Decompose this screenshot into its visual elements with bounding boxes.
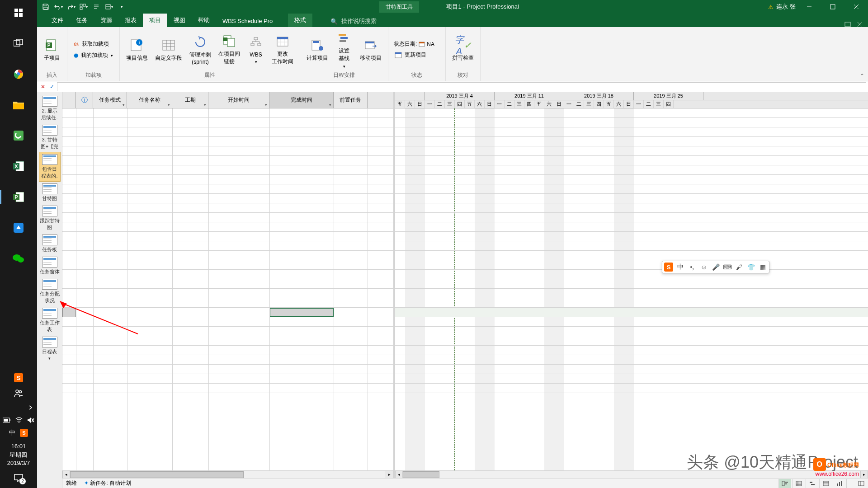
view-task-usage-button[interactable]	[792, 479, 805, 488]
calculate-project-button[interactable]: 计算项目	[304, 37, 331, 63]
gantt-body[interactable]	[395, 108, 868, 470]
timescale[interactable]: 2019 三月 42019 三月 112019 三月 182019 三月 25 …	[395, 92, 868, 108]
cancel-entry-button[interactable]: ✕	[39, 83, 47, 91]
col-predecessors[interactable]: 前置任务	[334, 92, 368, 108]
col-task-mode[interactable]: 任务模式	[93, 92, 127, 108]
gantt-scroll-right[interactable]: ▸	[860, 471, 868, 479]
sogou-ime-tray[interactable]: S	[20, 429, 28, 437]
col-start[interactable]: 开始时间	[208, 92, 269, 108]
col-task-name[interactable]: 任务名称	[127, 92, 172, 108]
my-addins-button[interactable]: ⬣我的加载项▾	[71, 50, 116, 61]
view-item-2[interactable]: 2. 显示后续任.	[39, 94, 61, 123]
table-body[interactable]	[62, 108, 393, 470]
view-item-calendar-gantt[interactable]: 包含日程表的.	[39, 152, 61, 182]
maximize-button[interactable]	[823, 0, 843, 14]
spellcheck-button[interactable]: 字A✓拼写检查	[449, 37, 476, 63]
custom-fields-button[interactable]: 自定义字段	[152, 37, 185, 63]
user-account[interactable]: ⚠ 连永 张	[768, 3, 796, 11]
minimize-button[interactable]	[799, 0, 819, 14]
qat-btn-2[interactable]	[90, 1, 102, 13]
view-item-task-sheet[interactable]: 任务工作表	[39, 306, 61, 335]
tray-expand-icon[interactable]	[28, 404, 37, 412]
window-close-2[interactable]	[857, 22, 863, 27]
qat-btn-1[interactable]: ▾	[78, 1, 90, 13]
ime-lang-button[interactable]: 中	[676, 263, 685, 272]
wifi-icon[interactable]	[15, 417, 23, 423]
tab-wbs[interactable]: WBS Schedule Pro	[216, 15, 279, 27]
sogou-tray-icon[interactable]: S	[14, 373, 24, 383]
save-button[interactable]	[40, 1, 52, 13]
qat-btn-3[interactable]: ▾	[103, 1, 115, 13]
row-header-corner[interactable]	[62, 92, 76, 108]
subproject-button[interactable]: P 子项目	[41, 37, 63, 63]
ime-punct-button[interactable]: •ꓹ	[688, 263, 697, 272]
people-icon[interactable]	[14, 388, 24, 398]
action-center-icon[interactable]	[13, 473, 24, 483]
tab-file[interactable]: 文件	[45, 14, 70, 27]
tab-project[interactable]: 项目	[143, 14, 167, 27]
links-between-projects-button[interactable]: 在项目间 链接	[216, 33, 243, 66]
battery-icon[interactable]	[3, 418, 11, 423]
table-hscroll[interactable]: ◂ ▸	[62, 470, 393, 478]
ime-voice-button[interactable]: 🎤	[711, 263, 720, 272]
ime-keyboard-button[interactable]: ⌨	[723, 263, 732, 272]
ribbon-display-options[interactable]	[844, 22, 851, 27]
view-item-task-usage[interactable]: 任务分配状况	[39, 277, 61, 306]
move-project-button[interactable]: 移动项目	[357, 37, 384, 63]
col-finish[interactable]: 完成时间	[269, 92, 334, 108]
col-indicators[interactable]: ⓘ	[76, 92, 93, 108]
view-item-gantt[interactable]: 甘特图	[39, 182, 61, 204]
taskbar-clock[interactable]: 16:01 星期四 2019/3/7	[7, 442, 30, 467]
wechat-icon[interactable]	[9, 249, 28, 267]
entry-input[interactable]	[57, 82, 866, 91]
collapse-ribbon-button[interactable]: ⌃	[860, 73, 864, 79]
tab-view[interactable]: 视图	[167, 14, 192, 27]
taskview-icon[interactable]	[9, 34, 28, 52]
explorer-icon[interactable]	[9, 96, 28, 114]
close-button[interactable]	[846, 0, 866, 14]
sogou-logo-icon[interactable]: S	[664, 263, 673, 272]
view-item-task-board[interactable]: 任务板	[39, 233, 61, 255]
project-icon[interactable]: P	[9, 188, 28, 206]
update-project-button[interactable]: 更新项目	[392, 50, 429, 60]
camtasia-icon[interactable]	[9, 127, 28, 145]
start-button[interactable]	[9, 4, 28, 22]
tab-help[interactable]: 帮助	[192, 14, 216, 27]
tab-format[interactable]: 格式	[288, 14, 312, 27]
excel-icon[interactable]: X	[9, 157, 28, 175]
undo-button[interactable]: ▾	[52, 1, 64, 13]
qat-customize[interactable]: ▾	[116, 1, 127, 13]
redo-button[interactable]: ▾	[65, 1, 77, 13]
ime-lang-indicator[interactable]: 中	[9, 429, 15, 437]
gantt-scroll-left[interactable]: ◂	[395, 471, 403, 479]
accept-entry-button[interactable]: ✓	[48, 83, 56, 91]
wbs-button[interactable]: WBS▾	[245, 34, 267, 65]
col-duration[interactable]: 工期	[172, 92, 208, 108]
ime-toolbar[interactable]: S 中 •ꓹ ☺ 🎤 ⌨ 🖌 👕 ▦	[662, 261, 769, 273]
view-item-3[interactable]: 3. 甘特图+【完	[39, 123, 61, 152]
ime-toolbox-button[interactable]: ▦	[758, 263, 767, 272]
view-report-button[interactable]	[833, 479, 845, 488]
tab-resource[interactable]: 资源	[94, 14, 118, 27]
status-date-field[interactable]: 状态日期: NA	[392, 39, 436, 49]
status-new-task[interactable]: ✦ 新任务: 自动计划	[84, 479, 131, 487]
volume-icon[interactable]	[27, 417, 34, 423]
view-team-planner-button[interactable]	[806, 479, 818, 488]
tell-me-search[interactable]: 🔍 操作说明搜索	[326, 15, 381, 27]
zoom-out-button[interactable]	[846, 479, 864, 488]
view-item-task-form[interactable]: 任务窗体	[39, 255, 61, 277]
set-baseline-button[interactable]: 设置 基线▾	[333, 30, 355, 70]
get-addins-button[interactable]: 🛍获取加载项	[71, 39, 112, 49]
view-item-tracking-gantt[interactable]: 跟踪甘特图	[39, 204, 61, 233]
view-gantt-button[interactable]	[778, 479, 791, 488]
ime-emoji-button[interactable]: ☺	[699, 263, 708, 272]
ime-clothes-button[interactable]: 👕	[746, 263, 755, 272]
scroll-left-button[interactable]: ◂	[62, 471, 70, 479]
ime-skin-button[interactable]: 🖌	[735, 263, 744, 272]
change-working-time-button[interactable]: 更改 工作时间	[269, 33, 296, 66]
app-icon-blue[interactable]	[9, 219, 28, 237]
scroll-right-button[interactable]: ▸	[386, 471, 393, 479]
view-resource-sheet-button[interactable]	[819, 479, 832, 488]
manage-sprints-button[interactable]: 管理冲刺 (sprint)	[187, 34, 214, 66]
chrome-icon[interactable]	[9, 65, 28, 83]
